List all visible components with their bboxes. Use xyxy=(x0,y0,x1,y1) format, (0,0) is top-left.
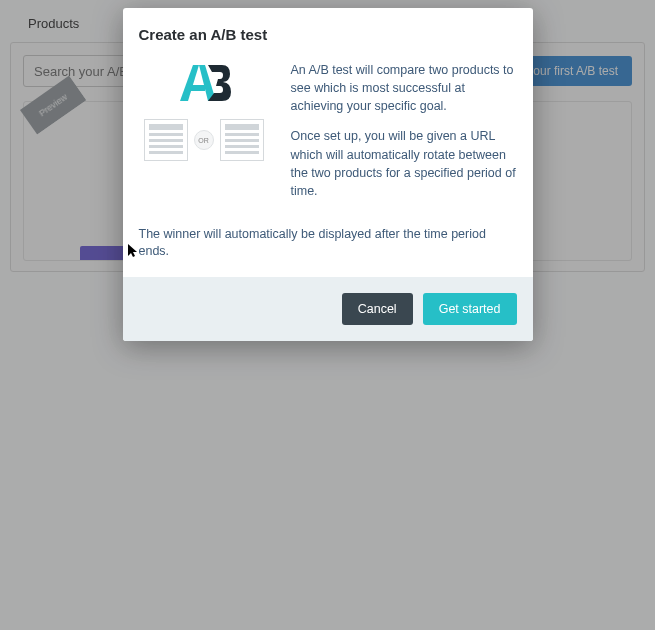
modal-intro-text: An A/B test will compare two products to… xyxy=(291,61,517,212)
modal-paragraph-1: An A/B test will compare two products to… xyxy=(291,61,517,115)
cancel-button[interactable]: Cancel xyxy=(342,293,413,325)
create-ab-test-modal: Create an A/B test OR xyxy=(123,8,533,341)
get-started-button[interactable]: Get started xyxy=(423,293,517,325)
or-badge: OR xyxy=(194,130,214,150)
modal-paragraph-2: Once set up, you will be given a URL whi… xyxy=(291,127,517,200)
modal-title: Create an A/B test xyxy=(139,26,517,43)
ab-diagram-icon: OR xyxy=(144,119,264,161)
modal-body: Create an A/B test OR xyxy=(123,8,533,277)
diagram-page-b xyxy=(220,119,264,161)
modal-actions: Cancel Get started xyxy=(123,277,533,341)
diagram-page-a xyxy=(144,119,188,161)
modal-overlay: Create an A/B test OR xyxy=(0,0,655,630)
modal-illustration: OR xyxy=(139,61,269,212)
modal-intro-row: OR An A/B test will compare two products… xyxy=(139,61,517,212)
svg-rect-0 xyxy=(189,85,205,91)
modal-winner-line: The winner will automatically be display… xyxy=(139,226,517,261)
ab-logo-icon xyxy=(176,61,232,105)
